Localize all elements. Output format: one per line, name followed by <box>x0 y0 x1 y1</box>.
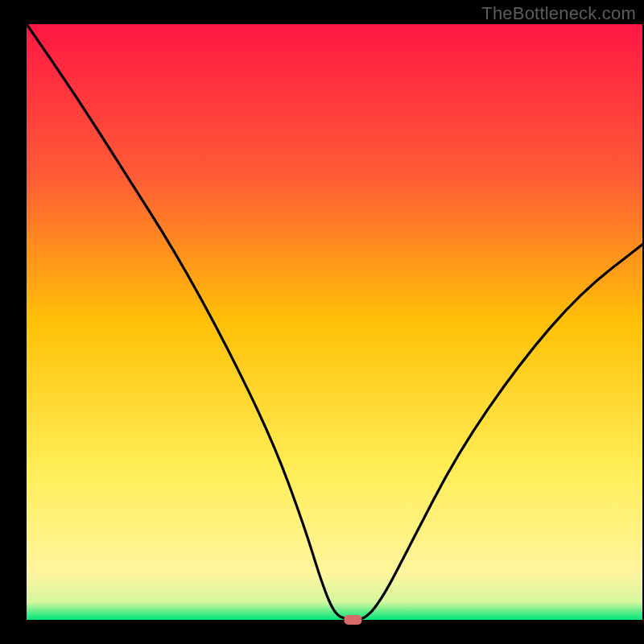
plot-background <box>27 24 642 620</box>
optimal-marker <box>344 615 361 625</box>
watermark-text: TheBottleneck.com <box>481 3 636 24</box>
chart-canvas <box>0 0 644 644</box>
bottleneck-chart: TheBottleneck.com <box>0 0 644 644</box>
